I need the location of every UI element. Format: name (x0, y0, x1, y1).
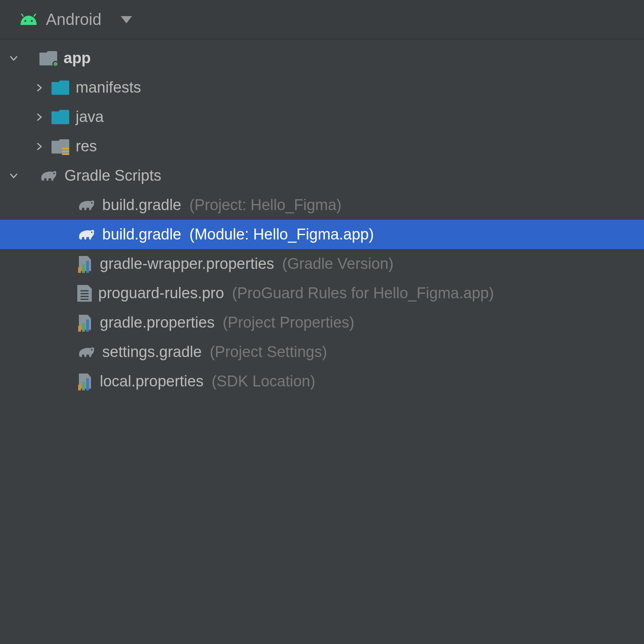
tree-node-file[interactable]: proguard-rules.pro (ProGuard Rules for H… (0, 279, 644, 308)
file-name: settings.gradle (102, 343, 202, 361)
file-detail: (Gradle Version) (282, 255, 394, 272)
chevron-right-icon[interactable] (34, 82, 45, 93)
svg-point-2 (25, 20, 27, 22)
tree-node-file[interactable]: gradle.properties (Project Properties) (0, 308, 644, 337)
file-detail: (ProGuard Rules for Hello_Figma.app) (232, 285, 494, 302)
file-name: gradle.properties (100, 314, 215, 331)
gradle-icon (77, 345, 96, 359)
chevron-right-icon[interactable] (34, 111, 45, 123)
tree-node-java[interactable]: java (0, 102, 644, 132)
properties-file-icon (77, 256, 93, 272)
svg-point-3 (31, 20, 33, 22)
file-detail: (Module: Hello_Figma.app) (189, 226, 374, 243)
tree-node-res[interactable]: res (0, 132, 644, 161)
tree-node-manifests[interactable]: manifests (0, 73, 644, 102)
file-detail: (Project Settings) (210, 343, 327, 361)
project-tree: app manifests java res (0, 39, 644, 396)
tree-label: res (76, 138, 97, 155)
file-detail: (Project: Hello_Figma) (189, 196, 341, 214)
tree-node-gradle-scripts[interactable]: Gradle Scripts (0, 161, 644, 190)
tree-node-file[interactable]: build.gradle (Module: Hello_Figma.app) (0, 220, 644, 249)
tree-label: manifests (76, 79, 141, 96)
svg-point-5 (91, 202, 93, 204)
properties-file-icon (77, 315, 93, 331)
dropdown-arrow-icon[interactable] (121, 16, 132, 23)
file-name: gradle-wrapper.properties (100, 255, 274, 272)
file-detail: (SDK Location) (212, 373, 316, 390)
chevron-right-icon[interactable] (34, 141, 45, 152)
tree-node-app[interactable]: app (0, 43, 644, 73)
folder-icon (52, 110, 69, 124)
tree-node-file[interactable]: settings.gradle (Project Settings) (0, 337, 644, 367)
project-view-label: Android (46, 10, 101, 29)
resource-folder-icon (52, 139, 69, 154)
file-name: local.properties (100, 373, 204, 390)
gradle-icon (77, 198, 96, 213)
tree-label: app (64, 50, 91, 67)
android-icon (19, 14, 38, 26)
svg-point-4 (53, 173, 55, 174)
tree-node-file[interactable]: build.gradle (Project: Hello_Figma) (0, 190, 644, 220)
chevron-down-icon[interactable] (8, 170, 19, 182)
file-name: build.gradle (102, 226, 181, 243)
chevron-down-icon[interactable] (8, 53, 19, 64)
module-folder-icon (39, 51, 57, 66)
svg-point-7 (91, 349, 93, 351)
tree-label: java (76, 108, 104, 126)
svg-point-6 (91, 231, 93, 233)
file-name: proguard-rules.pro (98, 285, 224, 302)
project-view-header[interactable]: Android (0, 0, 644, 39)
gradle-icon (77, 227, 96, 242)
file-detail: (Project Properties) (223, 314, 354, 331)
text-file-icon (77, 285, 92, 302)
gradle-icon (39, 169, 58, 183)
properties-file-icon (77, 374, 93, 390)
tree-node-file[interactable]: gradle-wrapper.properties (Gradle Versio… (0, 249, 644, 279)
svg-line-0 (21, 14, 23, 17)
folder-icon (52, 80, 69, 95)
file-name: build.gradle (102, 196, 181, 214)
svg-line-1 (34, 14, 36, 17)
tree-node-file[interactable]: local.properties (SDK Location) (0, 367, 644, 396)
tree-label: Gradle Scripts (64, 167, 161, 184)
